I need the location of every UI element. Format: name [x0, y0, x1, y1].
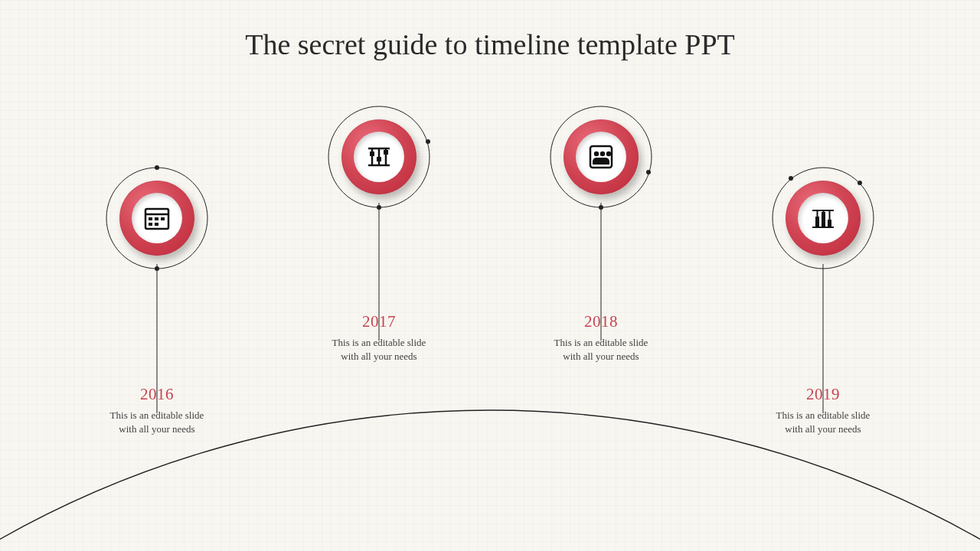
sliders-icon — [364, 142, 394, 172]
svg-rect-22 — [384, 150, 388, 155]
svg-point-32 — [858, 181, 862, 185]
svg-rect-8 — [155, 217, 158, 220]
slide-title: The secret guide to timeline template PP… — [0, 28, 980, 61]
svg-point-24 — [646, 170, 651, 174]
desc-line2: with all your needs — [119, 423, 194, 435]
desc-line2: with all your needs — [785, 423, 861, 435]
svg-point-4 — [155, 266, 159, 271]
svg-rect-37 — [828, 220, 831, 227]
bar-chart-icon — [808, 203, 838, 233]
svg-rect-7 — [149, 217, 152, 220]
svg-point-28 — [600, 152, 605, 156]
svg-rect-10 — [149, 223, 152, 226]
year-label: 2019 — [746, 385, 900, 404]
year-label: 2018 — [524, 312, 678, 331]
svg-rect-9 — [161, 217, 165, 220]
year-desc: This is an editable slide with all your … — [80, 409, 234, 435]
svg-rect-21 — [377, 157, 381, 161]
year-desc: This is an editable slide with all your … — [524, 336, 678, 363]
desc-line2: with all your needs — [563, 350, 639, 362]
badge-wrap — [547, 103, 655, 210]
badge-wrap — [769, 165, 877, 272]
badge-wrap — [325, 103, 433, 210]
svg-rect-11 — [155, 223, 158, 226]
svg-point-27 — [594, 152, 599, 156]
people-frame-icon — [586, 142, 616, 172]
svg-point-13 — [426, 139, 430, 144]
svg-rect-35 — [815, 217, 819, 227]
timeline-node-2017: 2017 This is an editable slide with all … — [302, 103, 456, 210]
svg-point-3 — [155, 165, 159, 170]
timeline-node-2018: 2018 This is an editable slide with all … — [524, 103, 678, 210]
badge-wrap — [103, 165, 211, 272]
calendar-icon — [142, 203, 172, 233]
svg-rect-36 — [822, 212, 825, 227]
desc-line1: This is an editable slide — [332, 337, 426, 348]
desc-line1: This is an editable slide — [554, 337, 648, 348]
year-label: 2017 — [302, 312, 456, 331]
year-desc: This is an editable slide with all your … — [746, 409, 900, 435]
svg-point-29 — [606, 152, 611, 156]
svg-point-31 — [789, 176, 793, 181]
desc-line1: This is an editable slide — [110, 409, 204, 421]
timeline-node-2016: 2016 This is an editable slide with all … — [80, 165, 234, 272]
desc-line2: with all your needs — [341, 350, 416, 362]
year-label: 2016 — [80, 385, 234, 404]
timeline-node-2019: 2019 This is an editable slide with all … — [746, 165, 900, 272]
svg-point-25 — [599, 205, 603, 210]
timeline-base-arc — [0, 0, 980, 551]
svg-rect-20 — [370, 152, 374, 156]
desc-line1: This is an editable slide — [776, 409, 871, 421]
year-desc: This is an editable slide with all your … — [302, 336, 456, 363]
svg-point-14 — [377, 205, 381, 210]
